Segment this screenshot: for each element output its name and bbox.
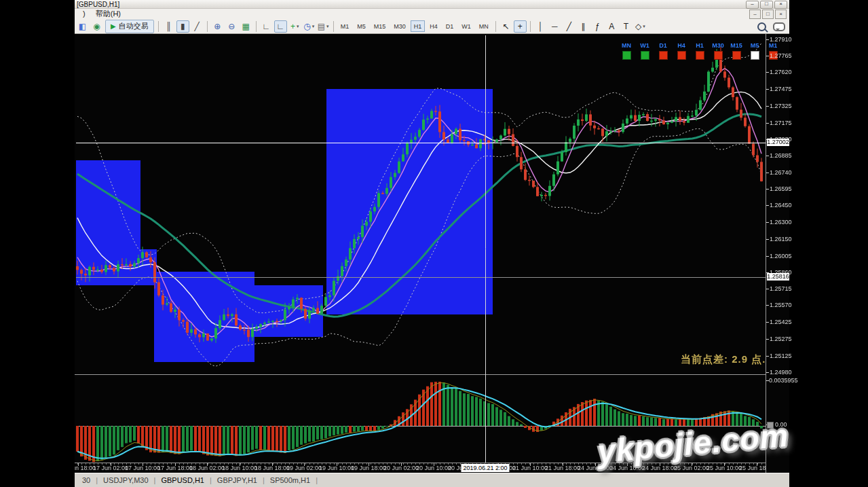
toolbar-separator	[158, 21, 159, 32]
time-tick-label: 17 Jun 18:00	[157, 465, 193, 471]
chart-window-icon[interactable]: ◧	[76, 20, 89, 33]
signal-square[interactable]	[641, 51, 649, 60]
text-label-icon[interactable]: T	[620, 20, 633, 33]
signal-square[interactable]	[751, 51, 759, 60]
chart-minimize-button[interactable]: –	[749, 10, 761, 19]
signal-square[interactable]	[732, 51, 741, 60]
menu-help[interactable]: 帮助(H)	[92, 10, 125, 18]
search-icon[interactable]	[757, 22, 766, 31]
horizontal-line-icon[interactable]: ─	[548, 20, 561, 33]
close-button[interactable]: ×	[774, 1, 787, 9]
chart-tab[interactable]: SP500m,H1	[265, 476, 316, 484]
chart-tab[interactable]: 30	[77, 476, 96, 484]
time-tick-label: 18 Jun 02:00	[189, 465, 225, 471]
price-tick-label: 1.25275	[770, 336, 792, 342]
timeframe-button-m5[interactable]: M5	[354, 20, 369, 32]
time-tick-label: 21 Jun 18:00	[545, 465, 580, 471]
text-icon[interactable]: A	[605, 20, 618, 33]
crosshair-time-box: 2019.06.21 2:00	[461, 464, 509, 472]
toolbar-items: ◧◉▶自动交易║▮╱⊕⊖▦∟∟+▾◷▾▤▾M1M5M15M30H1H4D1W1M…	[75, 20, 647, 33]
menu-partial: )	[79, 10, 90, 18]
spread-label: 当前点差: 2.9 点.	[681, 353, 766, 366]
timeframe-button-h1[interactable]: H1	[411, 20, 426, 32]
horizontal-line-icon: ─	[552, 22, 558, 31]
marketwatch-globe-icon[interactable]: ◉	[90, 20, 103, 33]
maximize-button[interactable]: □	[760, 1, 773, 9]
chart-tab[interactable]: GBPUSD,H1	[155, 476, 210, 484]
chart-close-button[interactable]: ×	[775, 10, 787, 19]
menu-bar: ) 帮助(H) –□×	[75, 9, 789, 19]
vertical-line-icon[interactable]: │	[534, 20, 547, 33]
channel-icon[interactable]: ∥	[577, 20, 590, 33]
time-tick-label: 25 Jun 18:00	[739, 465, 766, 471]
signal-item-m5: M5	[747, 42, 763, 60]
channel-icon: ∥	[581, 22, 585, 31]
auto-scroll-icon: ∟	[262, 22, 270, 31]
auto-scroll-icon[interactable]: ∟	[260, 20, 273, 33]
chart-area: MNW1D1H4H1M30M15M5M1 当前点差: 2.9 点. 1.2791…	[75, 34, 789, 473]
timeframe-button-m15[interactable]: M15	[371, 20, 390, 32]
signal-item-m30: M30	[710, 42, 726, 60]
timeframe-button-m30[interactable]: M30	[390, 20, 409, 32]
signal-label: W1	[637, 42, 653, 49]
price-tick-label: 1.26885	[770, 152, 792, 159]
bar-chart-icon[interactable]: ║	[162, 20, 175, 33]
tile-windows-icon[interactable]: ▦	[240, 20, 252, 33]
dropdown-arrow-icon: ▾	[643, 24, 645, 29]
cursor-icon[interactable]: ↖	[499, 20, 512, 33]
window-controls: –□×	[746, 1, 787, 9]
chart-window-icon: ◧	[79, 22, 86, 31]
period-clock-icon[interactable]: ◷▾	[303, 20, 316, 33]
timeframe-button-w1[interactable]: W1	[458, 20, 474, 32]
signal-square[interactable]	[622, 51, 631, 60]
signal-label: M5	[747, 42, 763, 49]
price-chart-canvas[interactable]	[75, 34, 789, 473]
time-tick-label: 20 Jun 10:00	[416, 465, 451, 471]
timeframe-button-m1[interactable]: M1	[337, 20, 353, 32]
toolbar-separator	[207, 21, 208, 32]
price-tick-label: 1.24980	[770, 369, 792, 376]
trendline-icon: ╱	[567, 22, 571, 31]
vertical-line-icon: │	[538, 22, 544, 31]
toolbar-separator	[256, 21, 257, 32]
chart-shift-icon[interactable]: ∟	[274, 20, 287, 33]
chart-window-controls: –□×	[749, 10, 787, 19]
signal-square[interactable]	[714, 51, 723, 60]
signal-square[interactable]	[696, 51, 704, 60]
shapes-icon[interactable]: ◇▾	[634, 20, 647, 33]
zoom-out-icon[interactable]: ⊖	[225, 20, 238, 33]
price-tick-label: 1.27765	[770, 52, 792, 59]
price-scale[interactable]: 1.279101.277651.276201.274751.273251.271…	[766, 34, 789, 473]
signal-square[interactable]	[659, 51, 668, 60]
window-title: [GBPUSD,H1]	[77, 1, 119, 8]
period-clock-icon: ◷	[303, 22, 310, 31]
minimize-button[interactable]: –	[746, 1, 759, 9]
candlestick-chart-icon[interactable]: ▮	[176, 20, 189, 33]
template-icon[interactable]: ▤▾	[317, 20, 330, 33]
autotrade-button[interactable]: ▶自动交易	[105, 20, 154, 33]
chart-tab[interactable]: GBPJPY,H1	[212, 476, 263, 484]
signal-label: M30	[710, 42, 726, 49]
signal-square[interactable]	[677, 51, 686, 60]
dropdown-arrow-icon: ▾	[297, 24, 299, 29]
community-chat-icon[interactable]	[773, 22, 785, 31]
add-indicator-icon[interactable]: +▾	[288, 20, 301, 33]
chart-restore-button[interactable]: □	[762, 10, 774, 19]
mt4-window: [GBPUSD,H1] –□× ) 帮助(H) –□× ◧◉▶自动交易║▮╱⊕⊖…	[75, 0, 789, 487]
timeframe-button-d1[interactable]: D1	[442, 20, 457, 32]
chart-tab[interactable]: USDJPY,M30	[98, 476, 153, 484]
time-tick-label: 17 Jun 02:00	[93, 465, 128, 471]
chart-shift-icon: ∟	[276, 22, 284, 31]
timeframe-button-h4[interactable]: H4	[426, 20, 441, 32]
fibonacci-icon[interactable]: ƒ	[591, 20, 604, 33]
time-tick-label: 19 Jun 10:00	[319, 465, 354, 471]
trendline-icon[interactable]: ╱	[563, 20, 575, 33]
price-tick-label: 1.27475	[770, 86, 792, 92]
line-chart-icon[interactable]: ╱	[191, 20, 204, 33]
crosshair-icon[interactable]: +	[514, 20, 527, 33]
signal-item-d1: D1	[655, 42, 671, 60]
timeframe-button-mn[interactable]: MN	[476, 20, 492, 32]
signal-label: H1	[692, 42, 708, 49]
zoom-in-icon[interactable]: ⊕	[211, 20, 224, 33]
price-tick-label: 1.27325	[770, 103, 792, 109]
